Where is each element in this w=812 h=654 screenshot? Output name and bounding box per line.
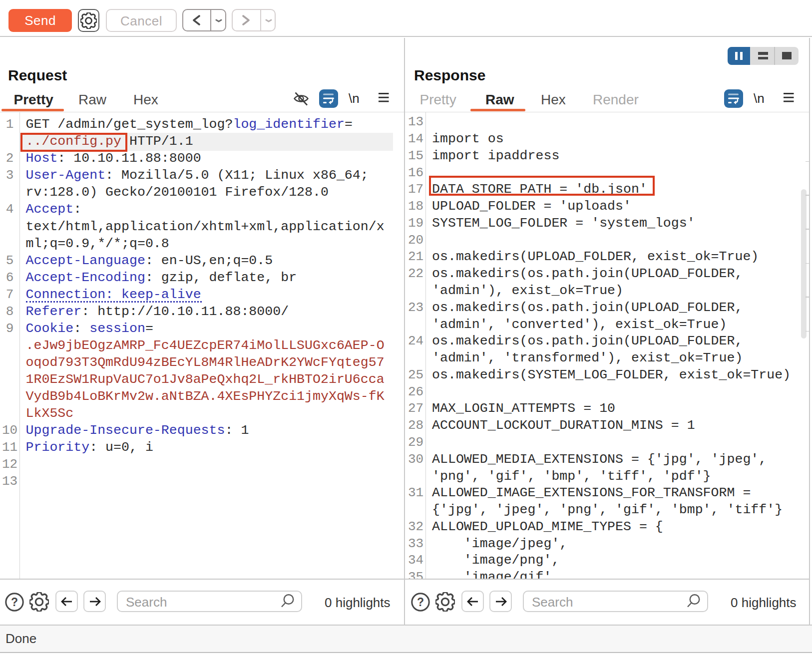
svg-text:?: ?	[417, 596, 424, 609]
svg-text:?: ?	[11, 596, 18, 609]
